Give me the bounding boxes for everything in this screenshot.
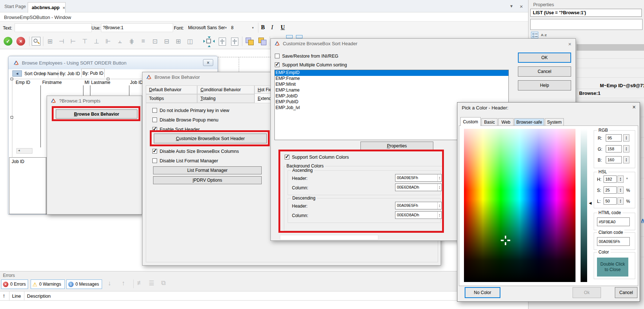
align-right-icon[interactable]: ⊢ bbox=[69, 37, 78, 46]
align-bottom-icon[interactable]: ⊥ bbox=[92, 37, 101, 46]
checkbox-enable-sort-header[interactable] bbox=[152, 127, 157, 132]
color-gradient-field[interactable] bbox=[464, 129, 575, 282]
sort-tab-by-pub-id[interactable]: By: Pub ID bbox=[81, 69, 105, 77]
sort-tab-by-job-id[interactable]: By: Job ID bbox=[60, 71, 80, 76]
color-crosshair[interactable] bbox=[501, 236, 510, 245]
list-item[interactable]: EMP:Fname bbox=[275, 76, 508, 82]
list-item-selected[interactable]: EMP:EmpID bbox=[275, 70, 508, 76]
tab-conditional-behavior[interactable]: Conditional Behavior bbox=[197, 85, 254, 94]
color-tab-web[interactable]: Web bbox=[498, 118, 514, 126]
tab-totaling[interactable]: Totaling bbox=[197, 94, 254, 103]
selected-control-box[interactable]: LIST (Use = '?Browse:1') bbox=[530, 9, 642, 17]
errors-filter-button[interactable]: × 0 Errors bbox=[1, 279, 28, 289]
desc-column-input[interactable]: 00E6D8ADh ▴▾ bbox=[395, 211, 442, 219]
color-tab-system[interactable]: System bbox=[545, 118, 564, 126]
tabstrip-dropdown-icon[interactable]: ▾ bbox=[510, 3, 513, 9]
tab-abcbrws-app[interactable]: abcbrws.app × bbox=[28, 2, 66, 13]
b-input[interactable]: 160 bbox=[606, 156, 622, 163]
format-page-icon[interactable] bbox=[219, 38, 226, 46]
italic-button[interactable]: I bbox=[271, 24, 273, 31]
tabstrip-close-icon[interactable]: × bbox=[520, 3, 523, 9]
h-spinner[interactable]: ▲▼ bbox=[617, 175, 624, 183]
font-name-select[interactable]: Microsoft Sans Ser ▾ bbox=[187, 23, 226, 32]
toolbar-toggle-partial-1[interactable] bbox=[286, 35, 293, 38]
clarion-code-input[interactable]: 00A09E5Fh bbox=[597, 237, 630, 246]
s-spinner[interactable]: ▲▼ bbox=[617, 186, 624, 194]
browse-box-behavior-button[interactable]: Browse Box Behavior bbox=[56, 109, 137, 119]
color-tab-browser-safe[interactable]: Browser-safe bbox=[514, 118, 544, 126]
customize-cancel-button[interactable]: Cancel bbox=[518, 66, 571, 77]
checkbox-disable-popup[interactable] bbox=[152, 117, 157, 122]
l-input[interactable]: 50 bbox=[604, 197, 617, 205]
property-format-value[interactable]: M~Emp ID~@s9@71L(2)| bbox=[600, 83, 644, 88]
color-ok-button[interactable]: Ok bbox=[573, 287, 601, 298]
r-input[interactable]: 95 bbox=[606, 134, 622, 142]
tab-close-icon[interactable]: × bbox=[62, 5, 65, 11]
center-horizontal-icon[interactable]: ⊩ bbox=[104, 37, 113, 46]
no-color-button[interactable]: No Color bbox=[465, 287, 500, 298]
text-input[interactable] bbox=[15, 23, 92, 32]
color-swatch[interactable]: Double Click to Close bbox=[597, 258, 628, 277]
align-top-icon[interactable]: ⊤ bbox=[80, 37, 90, 46]
property-use-value[interactable]: Browse:1 bbox=[579, 90, 601, 96]
lightness-bar[interactable] bbox=[581, 129, 587, 282]
font-size-select[interactable]: 8 ▾ bbox=[229, 23, 256, 32]
b-spinner[interactable]: ▲▼ bbox=[623, 156, 629, 163]
job-id-list[interactable]: Job ID J bbox=[9, 157, 51, 214]
use-input[interactable]: ?Browse:1 bbox=[101, 23, 173, 32]
categorized-view-icon[interactable] bbox=[531, 32, 538, 38]
spread-vertical-icon[interactable]: ≡ bbox=[138, 37, 148, 46]
sort-tab-sort-order[interactable]: Sort Order bbox=[24, 71, 45, 76]
send-to-back-icon[interactable] bbox=[258, 37, 267, 45]
customize-help-button[interactable]: Help bbox=[518, 80, 571, 90]
color-tab-basic[interactable]: Basic bbox=[481, 118, 497, 126]
spread-horizontal-icon[interactable]: ⋕ bbox=[127, 37, 136, 46]
list-item[interactable]: EMP:JobID bbox=[275, 93, 508, 99]
align-left-icon[interactable]: ⊣ bbox=[57, 37, 66, 46]
bring-to-front-icon[interactable] bbox=[245, 37, 254, 45]
desc-header-input[interactable]: 00A09E5Fh ▴▾ bbox=[395, 202, 442, 209]
tab-start-page[interactable]: Start Page bbox=[4, 4, 26, 9]
property-filter-box[interactable] bbox=[530, 19, 643, 30]
l-spinner[interactable]: ▲▼ bbox=[617, 197, 624, 205]
html-code-input[interactable]: #5F9EA0 bbox=[597, 217, 630, 226]
clear-list-icon[interactable]: ≢ bbox=[137, 279, 143, 287]
prev-error-icon[interactable]: ↑ bbox=[122, 279, 125, 287]
errors-list-body[interactable] bbox=[0, 301, 528, 309]
color-dialog-title[interactable]: Pick a Color - Header: bbox=[462, 105, 508, 111]
checkbox-disable-autosize[interactable] bbox=[152, 149, 157, 154]
align-window-icon[interactable]: ⊞ bbox=[45, 37, 55, 46]
checkbox-save-restore[interactable] bbox=[275, 54, 280, 58]
same-size-icon[interactable]: ◫ bbox=[185, 37, 195, 46]
copy-icon[interactable]: ⧉ bbox=[161, 279, 165, 287]
browse-window-titlebar[interactable]: Browse Employees - Using SORT ORDER Butt… bbox=[8, 56, 218, 69]
g-spinner[interactable]: ▲▼ bbox=[623, 145, 629, 152]
tab-default-behavior[interactable]: Default Behavior bbox=[146, 85, 197, 94]
color-dialog-close-icon[interactable]: × bbox=[632, 104, 636, 111]
center-in-window-icon[interactable] bbox=[204, 37, 214, 46]
messages-filter-button[interactable]: i 0 Messages bbox=[66, 279, 102, 289]
partial-link[interactable]: A bbox=[641, 218, 644, 223]
browse-hscrollbar[interactable]: ◄ bbox=[16, 148, 32, 154]
asc-header-input[interactable]: 00A09E5Fh ▴▾ bbox=[395, 174, 442, 182]
alphabetical-sort-icon[interactable]: A↓z bbox=[540, 32, 548, 38]
checkbox-disable-lfm[interactable] bbox=[152, 158, 157, 163]
asc-column-input[interactable]: 00E6D8ADh ▴▾ bbox=[395, 184, 442, 191]
underline-button[interactable]: U bbox=[281, 24, 285, 31]
customize-ok-button[interactable]: OK bbox=[518, 53, 571, 63]
customize-sort-header-button[interactable]: Customize BrowseBox Sort Header bbox=[154, 134, 267, 143]
window-close-button[interactable]: × bbox=[203, 59, 213, 66]
same-width-icon[interactable]: ⊟ bbox=[162, 37, 171, 46]
selection-handle[interactable] bbox=[11, 116, 13, 119]
prompts-dialog-titlebar[interactable]: ?Browse:1 Prompts bbox=[47, 96, 142, 105]
list-format-manager-button[interactable]: List Format Manager bbox=[153, 166, 262, 174]
cancel-icon[interactable]: × bbox=[16, 37, 25, 46]
s-input[interactable]: 25 bbox=[604, 186, 617, 194]
selection-handle[interactable] bbox=[11, 78, 13, 80]
next-error-icon[interactable]: ↓ bbox=[108, 279, 111, 287]
properties-button[interactable]: Properties bbox=[360, 142, 433, 150]
h-input[interactable]: 182 bbox=[604, 175, 617, 183]
sort-tab-emp-name[interactable]: p Name bbox=[44, 71, 59, 76]
checkbox-no-primary-key[interactable] bbox=[152, 108, 157, 113]
accept-icon[interactable]: ✓ bbox=[4, 37, 12, 46]
